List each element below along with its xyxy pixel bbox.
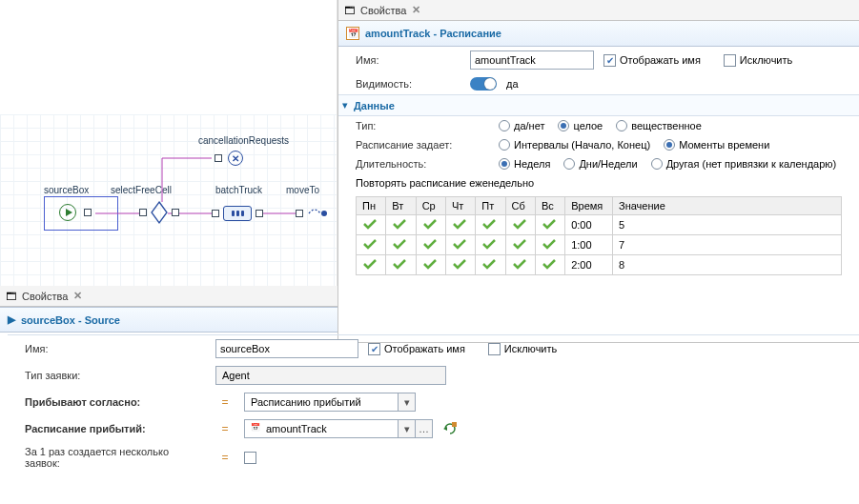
dropdown-icon: ▾ — [398, 393, 415, 411]
checkbox-icon — [724, 54, 736, 67]
day-cell[interactable] — [505, 235, 535, 255]
value-cell[interactable]: 5 — [613, 215, 842, 235]
checkmark-icon — [542, 260, 557, 272]
day-cell[interactable] — [386, 215, 416, 235]
block-cancellation[interactable]: ✕ — [215, 151, 243, 166]
block-label-sourcebox: sourceBox — [44, 185, 89, 195]
day-cell[interactable] — [445, 255, 475, 275]
arrivesched-value: amountTrack — [266, 423, 327, 434]
col-thu: Чт — [445, 197, 475, 215]
block-selectfreecell[interactable] — [139, 200, 179, 225]
diagram-canvas[interactable]: cancellationRequests ✕ sourceBox selectF… — [0, 0, 337, 286]
day-cell[interactable] — [386, 255, 416, 275]
day-cell[interactable] — [535, 235, 564, 255]
port-icon — [84, 209, 92, 216]
duration-radio-group: Неделя Дни/Недели Другая (нет привязки к… — [499, 158, 836, 170]
table-row[interactable]: 1:007 — [357, 235, 842, 255]
radio-intervals[interactable]: Интервалы (Начало, Конец) — [499, 139, 650, 151]
checkbox-icon: ✔ — [368, 343, 380, 355]
day-cell[interactable] — [416, 235, 445, 255]
sb-name-input[interactable] — [215, 339, 358, 358]
radio-moments[interactable]: Моменты времени — [664, 139, 769, 151]
day-cell[interactable] — [505, 255, 535, 275]
scheddefines-label: Расписание задает: — [356, 139, 489, 151]
table-row[interactable]: 2:008 — [357, 255, 842, 275]
right-tab-header[interactable]: 🗔 Свойства ✕ — [338, 0, 859, 21]
checkmark-icon — [362, 260, 378, 272]
batch-icon — [223, 206, 252, 221]
sb-showname-label: Отображать имя — [384, 343, 465, 354]
dropdown-icon: ▾ — [398, 420, 415, 437]
row-name: Имя: ✔Отображать имя Исключить — [338, 47, 859, 73]
value-cell[interactable]: 8 — [613, 255, 842, 275]
create-schedule-button[interactable] — [442, 421, 458, 436]
day-cell[interactable] — [476, 215, 505, 235]
radio-type-bool[interactable]: да/нет — [499, 120, 544, 131]
day-cell[interactable] — [357, 215, 386, 235]
row-sched-defines: Расписание задает: Интервалы (Начало, Ко… — [338, 135, 859, 154]
duration-label: Длительность: — [356, 158, 489, 170]
day-cell[interactable] — [445, 215, 475, 235]
close-icon[interactable]: ✕ — [73, 290, 82, 302]
radio-type-real[interactable]: вещественное — [616, 120, 702, 131]
agenttype-value: Agent — [216, 370, 445, 381]
type-radio-group: да/нет целое вещественное — [499, 120, 702, 131]
day-cell[interactable] — [505, 215, 535, 235]
showname-checkbox[interactable]: ✔Отображать имя — [603, 54, 701, 67]
sb-exclude-checkbox[interactable]: Исключить — [488, 343, 557, 355]
schedule-table[interactable]: Пн Вт Ср Чт Пт Сб Вс Время Значение 0:00… — [356, 196, 842, 275]
time-cell[interactable]: 1:00 — [565, 235, 613, 255]
checkmark-icon — [362, 240, 378, 252]
multiple-label: За 1 раз создается несколько заявок: — [25, 446, 206, 469]
time-cell[interactable]: 2:00 — [565, 255, 613, 275]
radio-type-int[interactable]: целое — [558, 120, 603, 131]
port-icon — [296, 210, 303, 217]
properties-tab-icon: 🗔 — [344, 5, 355, 16]
checkmark-icon — [422, 260, 438, 272]
block-moveto[interactable] — [296, 206, 328, 221]
exclude-checkbox[interactable]: Исключить — [724, 54, 792, 67]
sb-showname-checkbox[interactable]: ✔Отображать имя — [368, 343, 465, 355]
table-row[interactable]: 0:005 — [357, 215, 842, 235]
block-sourcebox[interactable] — [59, 204, 92, 221]
checkmark-icon — [392, 260, 407, 272]
col-sat: Сб — [505, 197, 535, 215]
ellipsis-icon[interactable]: … — [415, 420, 432, 437]
arrive-select[interactable]: Расписанию прибытий ▾ — [244, 393, 416, 412]
left-tab-header[interactable]: 🗔 Свойства ✕ — [0, 286, 337, 307]
equals-icon: = — [215, 395, 235, 409]
visibility-label: Видимость: — [356, 78, 460, 90]
name-input[interactable] — [470, 50, 594, 70]
value-cell[interactable]: 7 — [613, 235, 842, 255]
day-cell[interactable] — [416, 255, 445, 275]
arrivesched-select[interactable]: 📅amountTrack ▾ … — [244, 419, 433, 438]
day-cell[interactable] — [445, 235, 475, 255]
source-title-icon: ▶ — [8, 313, 15, 326]
radio-week[interactable]: Неделя — [499, 158, 550, 170]
radio-other[interactable]: Другая (нет привязки к календарю) — [651, 158, 837, 170]
day-cell[interactable] — [535, 215, 564, 235]
data-section-label: Данные — [354, 100, 395, 111]
day-cell[interactable] — [476, 235, 505, 255]
repeat-label: Повторять расписание еженедельно — [338, 173, 859, 192]
day-cell[interactable] — [357, 235, 386, 255]
checkbox-icon — [244, 452, 256, 464]
checkbox-icon: ✔ — [603, 54, 616, 67]
checkmark-icon — [452, 240, 467, 252]
multiple-checkbox[interactable] — [244, 452, 256, 464]
visibility-toggle[interactable] — [470, 77, 497, 91]
day-cell[interactable] — [357, 255, 386, 275]
radio-days-weeks[interactable]: Дни/Недели — [563, 158, 637, 170]
close-icon[interactable]: ✕ — [412, 4, 420, 16]
day-cell[interactable] — [386, 235, 416, 255]
col-tue: Вт — [386, 197, 416, 215]
row-multiple: За 1 раз создается несколько заявок: = — [8, 442, 859, 473]
schedule-icon: 📅 — [346, 27, 359, 40]
day-cell[interactable] — [416, 215, 445, 235]
block-label-batchtruck: batchTruck — [215, 185, 262, 195]
block-batchtruck[interactable] — [212, 206, 263, 221]
day-cell[interactable] — [535, 255, 564, 275]
data-section-header[interactable]: ▾ Данные — [338, 94, 859, 116]
day-cell[interactable] — [476, 255, 505, 275]
time-cell[interactable]: 0:00 — [565, 215, 613, 235]
